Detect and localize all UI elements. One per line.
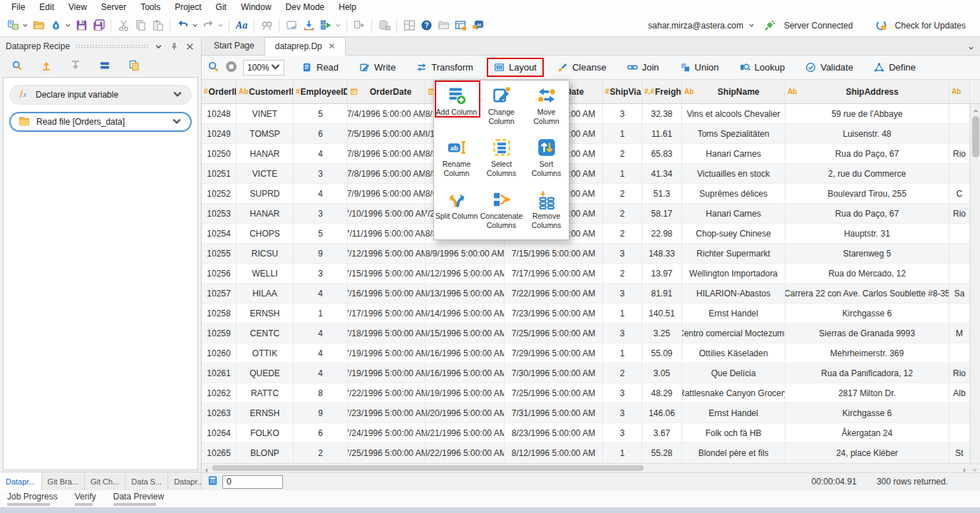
table-cell[interactable]: Kirchgasse 6 [785,403,949,423]
table-cell[interactable]: 3 [603,244,642,263]
horizontal-scroll-thumb[interactable] [212,465,644,471]
table-cell[interactable]: 1 [603,124,642,143]
table-cell[interactable]: 2 [603,204,642,223]
footer-tab-data-preview[interactable]: Data Preview [113,492,164,506]
panel-drag-handle[interactable] [75,44,148,49]
table-cell[interactable]: Hanari Carnes [682,204,785,223]
table-cell[interactable]: Rattlesnake Canyon Grocery [682,383,785,403]
table-cell[interactable]: 7/22/1996 5:00:00 AM [348,383,425,403]
define-button[interactable]: Define [868,59,922,76]
table-cell[interactable]: 7/25/1996 5:00:00 AM [348,443,425,462]
table-cell[interactable]: Luisenstr. 48 [785,124,949,143]
table-cell[interactable]: 58.17 [642,204,682,223]
preview-run-icon[interactable] [351,18,367,33]
table-cell[interactable]: HANAR [237,144,294,163]
table-cell[interactable]: 3 [603,423,642,442]
table-cell[interactable] [949,423,970,442]
table-cell[interactable]: BLONP [237,443,294,462]
table-cell[interactable]: 6 [294,124,348,143]
table-cell[interactable]: 1 [603,164,642,183]
save-icon[interactable] [73,18,89,33]
table-cell[interactable]: 65.83 [642,144,682,163]
menu-item-project[interactable]: Project [167,1,208,14]
cut-icon[interactable] [115,18,131,33]
table-row[interactable]: 10262RATTC87/22/1996 5:00:00 AM8/19/1996… [202,383,980,403]
step-expand-chevron-icon[interactable] [172,88,183,102]
column-header-employeeid[interactable]: #EmployeeID [294,80,348,103]
column-header-orderid[interactable]: #OrderID [202,80,237,103]
table-cell[interactable]: 7/25/1996 5:00:00 AM [505,323,603,343]
table-cell[interactable]: 32.38 [642,104,682,123]
table-row[interactable]: 10248VINET57/4/1996 5:00:00 AM8/1/1996 5… [202,104,980,124]
vertical-scroll-thumb[interactable] [972,116,979,157]
help-icon[interactable]: ? [418,18,434,33]
table-cell[interactable] [949,343,970,363]
table-cell[interactable] [949,124,970,143]
table-cell[interactable]: Richter Supermarkt [682,244,785,263]
table-cell[interactable]: 1 [603,443,642,462]
table-cell[interactable]: 10264 [202,423,237,442]
table-row[interactable]: 10254CHOPS57/11/1996 5:00:00 AM8/8/1996 … [202,224,980,244]
table-row[interactable]: 10253HANAR37/10/1996 5:00:00 AM7/24/1996… [202,204,980,224]
publish-icon[interactable] [48,18,63,33]
table-cell[interactable]: 7/12/1996 5:00:00 AM [348,244,425,263]
table-cell[interactable]: 7/10/1996 5:00:00 AM [348,204,425,223]
row-counter-input[interactable]: 0 [222,475,283,489]
column-header-freight[interactable]: #.#Freight [642,80,682,103]
table-cell[interactable]: 2 [603,144,642,163]
account-dropdown-chevron-icon[interactable] [748,22,755,29]
table-cell[interactable]: 8 [294,383,348,403]
table-row[interactable]: 10257HILAA47/16/1996 5:00:00 AM8/13/1996… [202,284,980,304]
table-cell[interactable]: 2, rue du Commerce [785,164,949,183]
table-cell[interactable]: C [949,184,970,203]
verify-window-icon[interactable] [284,18,299,33]
column-header-shipvia[interactable]: #ShipVia [603,80,642,103]
table-row[interactable]: 10258ERNSH17/17/1996 5:00:00 AM8/14/1996… [202,304,980,323]
table-cell[interactable]: 6 [294,423,348,442]
table-cell[interactable]: ERNSH [237,304,294,323]
table-cell[interactable]: 81.91 [642,284,682,303]
recent-folder-icon[interactable] [435,18,451,33]
table-cell[interactable]: 7/23/1996 5:00:00 AM [348,403,425,423]
table-cell[interactable]: 7/5/1996 5:00:00 AM [348,124,425,143]
table-cell[interactable]: Boulevard Tirou, 255 [785,184,949,203]
table-cell[interactable]: 10259 [202,323,237,343]
table-cell[interactable]: 7/18/1996 5:00:00 AM [348,323,425,343]
pin-icon[interactable] [169,41,180,52]
table-cell[interactable]: Kirchgasse 6 [785,304,949,323]
table-cell[interactable]: 55.28 [642,443,682,462]
table-cell[interactable]: Carrera 22 con Ave. Carlos Soublette #8-… [785,284,949,303]
table-cell[interactable]: 48.29 [642,383,682,403]
table-row[interactable]: 10256WELLI37/15/1996 5:00:00 AM8/12/1996… [202,264,980,284]
menu-item-server[interactable]: Server [94,1,133,14]
table-cell[interactable]: TOMSP [237,124,294,143]
table-cell[interactable]: Sierras de Granada 9993 [785,323,949,343]
table-cell[interactable]: Rio [949,363,970,383]
scroll-corner-chevron-icon[interactable] [971,465,978,475]
table-cell[interactable]: 10255 [202,244,237,263]
join-button[interactable]: Join [621,59,665,76]
menu-item-add-column[interactable]: Add Column [434,81,479,133]
table-cell[interactable]: 7/22/1996 5:00:00 AM [505,284,603,303]
table-cell[interactable]: 10249 [202,124,237,143]
table-cell[interactable]: 22.98 [642,224,682,243]
union-button[interactable]: Union [674,59,725,76]
table-cell[interactable]: WELLI [237,264,294,283]
table-cell[interactable]: Wellington Importadora [682,264,785,283]
table-cell[interactable]: 7/9/1996 5:00:00 AM [348,184,425,203]
table-cell[interactable]: 7/8/1996 5:00:00 AM [348,144,425,163]
ai-chat-icon[interactable]: AI [470,18,485,33]
table-cell[interactable]: 10258 [202,304,237,323]
panel-tab-2[interactable]: Git Ch... [85,472,125,490]
redo-dropdown-chevron-icon[interactable] [217,22,224,29]
save-all-icon[interactable] [91,18,106,33]
table-cell[interactable]: 7/30/1996 5:00:00 AM [505,363,603,383]
table-cell[interactable]: 2 [294,443,348,462]
menu-item-split-column[interactable]: Split Column [434,185,479,237]
table-row[interactable]: 10252SUPRD47/9/1996 5:00:00 AM8/6/1996 5… [202,184,980,204]
table-cell[interactable]: 2817 Milton Dr. [785,383,949,403]
footer-tab-verify[interactable]: Verify [75,492,96,506]
table-cell[interactable]: 10253 [202,204,237,223]
menu-item-git[interactable]: Git [209,1,234,14]
table-cell[interactable]: St [949,443,970,462]
